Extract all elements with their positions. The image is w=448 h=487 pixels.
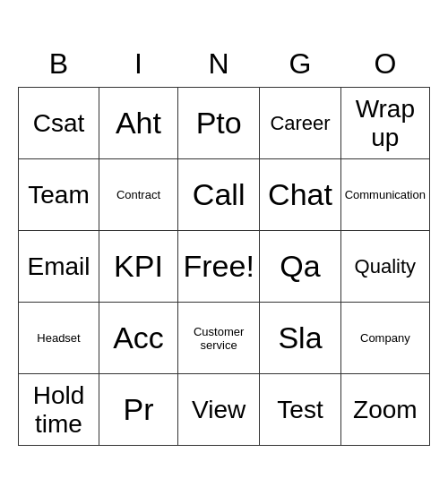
bingo-cell-3-4: Company [340, 303, 429, 374]
bingo-cell-3-3: Sla [260, 303, 340, 374]
bingo-cell-1-3: Chat [260, 159, 340, 231]
bingo-cell-1-2: Call [177, 159, 259, 231]
bingo-header-B: B [19, 41, 99, 88]
bingo-cell-4-2: View [177, 374, 259, 446]
bingo-cell-3-0: Headset [19, 303, 99, 374]
bingo-row-3: HeadsetAccCustomer serviceSlaCompany [19, 303, 430, 374]
bingo-cell-0-4: Wrap up [340, 88, 429, 159]
bingo-cell-0-0: Csat [19, 88, 99, 159]
bingo-card: BINGO CsatAhtPtoCareerWrap upTeamContrac… [18, 41, 430, 447]
bingo-header-I: I [99, 41, 178, 88]
bingo-cell-2-4: Quality [340, 231, 429, 303]
bingo-cell-4-0: Hold time [19, 374, 99, 446]
bingo-cell-2-1: KPI [99, 231, 178, 303]
bingo-header-N: N [177, 41, 259, 88]
bingo-cell-3-1: Acc [99, 303, 178, 374]
bingo-cell-1-0: Team [19, 159, 99, 231]
bingo-header-O: O [340, 41, 429, 88]
bingo-row-2: EmailKPIFree!QaQuality [19, 231, 430, 303]
bingo-cell-4-4: Zoom [340, 374, 429, 446]
bingo-cell-3-2: Customer service [177, 303, 259, 374]
bingo-cell-2-2: Free! [177, 231, 259, 303]
bingo-cell-4-1: Pr [99, 374, 178, 446]
bingo-cell-0-1: Aht [99, 88, 178, 159]
bingo-cell-0-2: Pto [177, 88, 259, 159]
bingo-cell-0-3: Career [260, 88, 340, 159]
bingo-row-4: Hold timePrViewTestZoom [19, 374, 430, 446]
bingo-cell-2-0: Email [19, 231, 99, 303]
bingo-cell-1-1: Contract [99, 159, 178, 231]
bingo-cell-2-3: Qa [260, 231, 340, 303]
bingo-row-1: TeamContractCallChatCommunication [19, 159, 430, 231]
bingo-cell-4-3: Test [260, 374, 340, 446]
bingo-row-0: CsatAhtPtoCareerWrap up [19, 88, 430, 159]
bingo-header-G: G [260, 41, 340, 88]
bingo-cell-1-4: Communication [340, 159, 429, 231]
